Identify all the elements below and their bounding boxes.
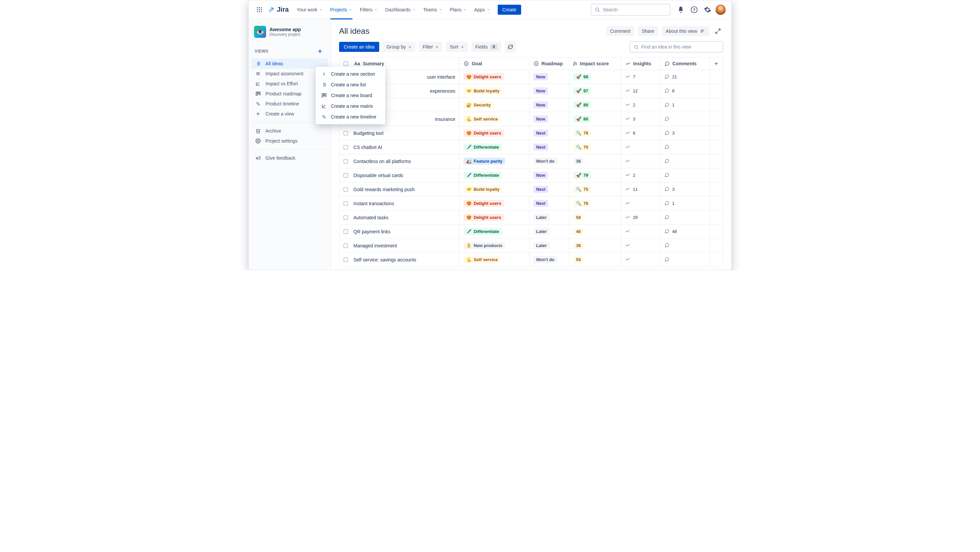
roadmap-chip[interactable]: Won't do bbox=[533, 157, 557, 165]
ctx-create-a-new-timeline[interactable]: Create a new timeline bbox=[316, 111, 385, 122]
roadmap-chip[interactable]: Now bbox=[533, 116, 548, 122]
filter-button[interactable]: Filter+ bbox=[419, 42, 442, 52]
roadmap-chip[interactable]: Next bbox=[533, 130, 548, 137]
table-row[interactable]: experiences 🤝Build loyalty Now 🚀97 12 6 bbox=[339, 84, 723, 98]
select-all-checkbox[interactable] bbox=[344, 61, 348, 66]
about-view-button[interactable]: About this view bbox=[662, 26, 709, 36]
row-checkbox[interactable] bbox=[344, 243, 348, 248]
insights-cell[interactable] bbox=[621, 253, 660, 266]
roadmap-chip[interactable]: Next bbox=[533, 143, 548, 151]
comments-cell[interactable]: 3 bbox=[660, 183, 710, 196]
goal-chip[interactable]: 😍Delight users bbox=[463, 130, 504, 137]
goal-chip[interactable]: 🚛Feature parity bbox=[463, 157, 505, 165]
roadmap-chip[interactable]: Now bbox=[533, 102, 548, 108]
ctx-create-a-new-board[interactable]: Create a new board bbox=[316, 90, 385, 101]
app-switcher-icon[interactable] bbox=[254, 4, 265, 15]
help-icon[interactable]: ? bbox=[689, 4, 700, 15]
find-idea-input[interactable]: Find an idea in this view bbox=[630, 41, 723, 52]
create-idea-button[interactable]: Create an idea bbox=[339, 42, 379, 52]
comments-cell[interactable]: 1 bbox=[660, 197, 710, 210]
ctx-create-a-new-list[interactable]: Create a new list bbox=[316, 80, 385, 90]
goal-chip[interactable]: 🔐Security bbox=[463, 102, 493, 108]
comments-cell[interactable]: 21 bbox=[660, 70, 710, 84]
roadmap-chip[interactable]: Next bbox=[533, 200, 548, 207]
roadmap-chip[interactable]: Now bbox=[533, 87, 548, 94]
nav-your-work[interactable]: Your work bbox=[294, 5, 326, 14]
global-search-input[interactable]: Search bbox=[591, 4, 670, 16]
comments-cell[interactable]: 6 bbox=[660, 84, 710, 98]
create-button[interactable]: Create bbox=[498, 5, 521, 15]
sidebar-give-feedback[interactable]: Give feedback bbox=[251, 153, 328, 163]
impact-chip[interactable]: 56 bbox=[573, 214, 583, 221]
comments-cell[interactable] bbox=[660, 112, 710, 126]
project-header[interactable]: 👁️ Awesome app Discovery project bbox=[251, 24, 328, 42]
jira-logo[interactable]: Jira bbox=[266, 6, 291, 13]
impact-chip[interactable]: 55 bbox=[573, 256, 583, 263]
nav-apps[interactable]: Apps bbox=[471, 5, 494, 14]
row-checkbox[interactable] bbox=[344, 131, 348, 135]
goal-chip[interactable]: 💪Self service bbox=[463, 256, 500, 263]
comments-cell[interactable] bbox=[660, 210, 710, 224]
comments-cell[interactable] bbox=[660, 239, 710, 252]
goal-chip[interactable]: 💪Self service bbox=[463, 116, 500, 122]
col-roadmap[interactable]: Roadmap bbox=[530, 57, 570, 70]
goal-chip[interactable]: 🖊️Differentiate bbox=[463, 172, 502, 179]
insights-cell[interactable]: 2 bbox=[621, 98, 660, 112]
roadmap-chip[interactable]: Next bbox=[533, 186, 548, 193]
fullscreen-icon[interactable] bbox=[713, 26, 723, 37]
row-checkbox[interactable] bbox=[344, 159, 348, 164]
comment-button[interactable]: Comment bbox=[606, 26, 635, 36]
comments-cell[interactable] bbox=[660, 253, 710, 266]
insights-cell[interactable]: 6 bbox=[621, 126, 660, 140]
impact-chip[interactable]: 🔍70 bbox=[573, 143, 591, 151]
table-row[interactable]: Instant transactions 😍Delight users Next… bbox=[339, 197, 723, 210]
impact-chip[interactable]: 36 bbox=[573, 157, 583, 165]
insights-cell[interactable] bbox=[621, 239, 660, 252]
insights-cell[interactable]: 12 bbox=[621, 84, 660, 98]
table-row[interactable]: 🔐Security Now 🚀80 2 1 bbox=[339, 98, 723, 112]
insights-cell[interactable]: 11 bbox=[621, 183, 660, 196]
ctx-create-a-new-section[interactable]: Create a new section bbox=[316, 68, 385, 80]
row-checkbox[interactable] bbox=[344, 258, 348, 262]
notifications-icon[interactable] bbox=[675, 4, 686, 15]
comments-cell[interactable]: 1 bbox=[660, 98, 710, 112]
insights-cell[interactable]: 2 bbox=[621, 169, 660, 182]
comments-cell[interactable] bbox=[660, 154, 710, 168]
table-row[interactable]: QR payment links 🖊️Differentiate Later 4… bbox=[339, 224, 723, 239]
impact-chip[interactable]: 🚀80 bbox=[573, 116, 591, 122]
roadmap-chip[interactable]: Later bbox=[533, 242, 550, 249]
table-row[interactable]: Managed investment ✋New products Later 3… bbox=[339, 239, 723, 253]
table-row[interactable]: Disposable virtual cards 🖊️Differentiate… bbox=[339, 169, 723, 183]
insights-cell[interactable]: 29 bbox=[621, 210, 660, 224]
share-button[interactable]: Share bbox=[638, 26, 658, 36]
col-goal[interactable]: Goal bbox=[460, 57, 529, 70]
table-row[interactable]: Budgeting tool 😍Delight users Next 🔍78 6… bbox=[339, 126, 723, 140]
col-impact[interactable]: fx Impact score bbox=[570, 57, 621, 70]
ctx-create-a-new-matrix[interactable]: Create a new matrix bbox=[316, 101, 385, 111]
comments-cell[interactable]: 3 bbox=[660, 126, 710, 140]
impact-chip[interactable]: 🔍76 bbox=[573, 200, 591, 207]
goal-chip[interactable]: 😍Delight users bbox=[463, 214, 504, 221]
add-view-button[interactable] bbox=[315, 46, 325, 56]
col-insights[interactable]: Insights bbox=[621, 57, 660, 70]
impact-chip[interactable]: 🚀98 bbox=[573, 73, 591, 80]
row-checkbox[interactable] bbox=[344, 229, 348, 234]
autosave-icon[interactable] bbox=[505, 41, 516, 52]
nav-dashboards[interactable]: Dashboards bbox=[382, 5, 419, 14]
comments-cell[interactable] bbox=[660, 140, 710, 154]
row-checkbox[interactable] bbox=[344, 215, 348, 220]
impact-chip[interactable]: 🚀80 bbox=[573, 102, 591, 108]
goal-chip[interactable]: 🖊️Differentiate bbox=[463, 143, 502, 151]
goal-chip[interactable]: 😍Delight users bbox=[463, 73, 504, 80]
table-row[interactable]: Automated tasks 😍Delight users Later 56 … bbox=[339, 210, 723, 224]
nav-projects[interactable]: Projects bbox=[327, 5, 356, 14]
roadmap-chip[interactable]: Later bbox=[533, 228, 550, 235]
goal-chip[interactable]: 🤝Build loyalty bbox=[463, 87, 502, 94]
table-row[interactable]: Self service: savings accounts 💪Self ser… bbox=[339, 253, 723, 266]
comments-cell[interactable]: 48 bbox=[660, 224, 710, 239]
row-checkbox[interactable] bbox=[344, 145, 348, 150]
nav-filters[interactable]: Filters bbox=[356, 5, 381, 14]
nav-plans[interactable]: Plans bbox=[447, 5, 470, 14]
insights-cell[interactable]: 7 bbox=[621, 70, 660, 84]
nav-teams[interactable]: Teams bbox=[420, 5, 446, 14]
